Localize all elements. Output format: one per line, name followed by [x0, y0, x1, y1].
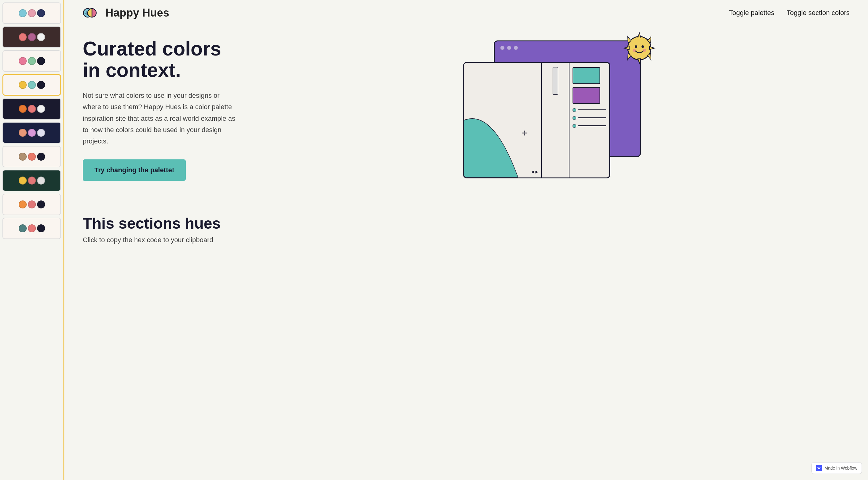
palette-item-10[interactable]: [2, 218, 61, 239]
palette-dot-4-0: [19, 81, 27, 89]
bottom-title: This sections hues: [83, 215, 849, 232]
window-dot-3: [514, 46, 518, 50]
hero-section: Curated colors in context. Not sure what…: [64, 26, 868, 199]
palette-dot-10-1: [28, 224, 36, 232]
crosshair-icon: ✛: [522, 129, 527, 137]
palette-dot-5-1: [28, 105, 36, 113]
site-header: Happy Hues Toggle palettes Toggle sectio…: [64, 0, 868, 26]
window-dots: [495, 41, 640, 54]
palette-dot-5-0: [19, 105, 27, 113]
palette-dot-8-1: [28, 177, 36, 184]
palette-dot-6-2: [37, 129, 45, 137]
color-swatch-purple: [572, 87, 600, 104]
webflow-badge[interactable]: W Made in Webflow: [811, 462, 862, 474]
bottom-subtitle: Click to copy the hex code to your clipb…: [83, 236, 849, 244]
svg-point-1: [86, 12, 87, 12]
palette-dot-9-2: [37, 201, 45, 208]
palette-dot-8-2: [37, 177, 45, 184]
svg-marker-7: [649, 47, 655, 50]
browser-mockup: ✛ ◂ ▸: [463, 40, 641, 178]
canvas-area: ✛ ◂ ▸: [464, 63, 542, 177]
palette-dot-7-0: [19, 153, 27, 160]
hero-illustration: ✛ ◂ ▸: [254, 40, 849, 178]
hero-text-block: Curated colors in context. Not sure what…: [83, 38, 236, 181]
palette-dot-2-0: [19, 33, 27, 41]
svg-marker-6: [624, 47, 629, 50]
palette-dot-3-2: [37, 57, 45, 65]
palette-item-2[interactable]: [2, 26, 61, 48]
palette-dot-9-1: [28, 201, 36, 208]
list-dot-2: [572, 116, 576, 120]
palette-dot-1-1: [28, 9, 36, 17]
palette-dot-6-0: [19, 129, 27, 137]
main-nav: Toggle palettes Toggle section colors: [729, 9, 849, 17]
window-sidebar-scroll: [542, 63, 569, 177]
hero-title: Curated colors in context.: [83, 38, 236, 81]
bottom-section: This sections hues Click to copy the hex…: [64, 199, 868, 256]
palette-item-8[interactable]: [2, 170, 61, 191]
list-dot-1: [572, 108, 576, 112]
svg-point-12: [635, 46, 637, 48]
palette-dot-2-1: [28, 33, 36, 41]
webflow-logo-icon: W: [816, 465, 822, 471]
window-dot-1: [500, 46, 504, 50]
palette-item-7[interactable]: [2, 146, 61, 167]
main-content: Happy Hues Toggle palettes Toggle sectio…: [64, 0, 868, 480]
logo-area: Happy Hues: [83, 6, 169, 20]
svg-point-13: [642, 46, 644, 48]
palette-dot-10-0: [19, 224, 27, 232]
palette-item-5[interactable]: [2, 98, 61, 120]
svg-point-3: [628, 36, 651, 60]
hero-description: Not sure what colors to use in your desi…: [83, 90, 236, 147]
list-dot-3: [572, 124, 576, 128]
svg-point-15: [643, 49, 646, 52]
palette-dot-7-1: [28, 153, 36, 160]
palette-dot-7-2: [37, 153, 45, 160]
logo-icon: [83, 6, 101, 20]
palette-dot-9-0: [19, 201, 27, 208]
palette-dot-3-0: [19, 57, 27, 65]
site-title: Happy Hues: [105, 6, 169, 19]
palette-item-3[interactable]: [2, 50, 61, 72]
list-item-2: [572, 116, 606, 120]
palette-item-6[interactable]: [2, 122, 61, 144]
toggle-palettes-link[interactable]: Toggle palettes: [729, 9, 775, 17]
color-swatch-teal: [572, 67, 600, 84]
list-line-1: [578, 110, 606, 110]
list-item-1: [572, 108, 606, 112]
palette-dot-1-2: [37, 9, 45, 17]
palette-dot-8-0: [19, 177, 27, 184]
palette-dot-6-1: [28, 129, 36, 137]
svg-marker-4: [638, 33, 641, 38]
list-item-3: [572, 124, 606, 128]
palette-dot-1-0: [19, 9, 27, 17]
scroll-arrows: ◂ ▸: [531, 168, 538, 175]
palette-dot-5-2: [37, 105, 45, 113]
right-panel: [569, 63, 609, 177]
palette-dot-10-2: [37, 224, 45, 232]
svg-point-14: [632, 49, 636, 52]
palette-item-4[interactable]: [2, 74, 61, 96]
palette-dot-4-2: [37, 81, 45, 89]
toggle-section-colors-link[interactable]: Toggle section colors: [787, 9, 849, 17]
palette-sidebar: [0, 0, 64, 480]
palette-dot-4-1: [28, 81, 36, 89]
svg-marker-5: [638, 58, 641, 63]
sun-character: [622, 31, 656, 65]
cta-button[interactable]: Try changing the palette!: [83, 159, 186, 181]
palette-item-9[interactable]: [2, 194, 61, 215]
window-front: ✛ ◂ ▸: [463, 62, 610, 178]
palette-item-1[interactable]: [2, 2, 61, 24]
palette-dot-3-1: [28, 57, 36, 65]
scroll-bar: [553, 67, 558, 95]
list-line-2: [578, 117, 606, 118]
list-line-3: [578, 125, 606, 126]
webflow-badge-label: Made in Webflow: [825, 466, 857, 471]
window-dot-2: [507, 46, 511, 50]
palette-dot-2-2: [37, 33, 45, 41]
